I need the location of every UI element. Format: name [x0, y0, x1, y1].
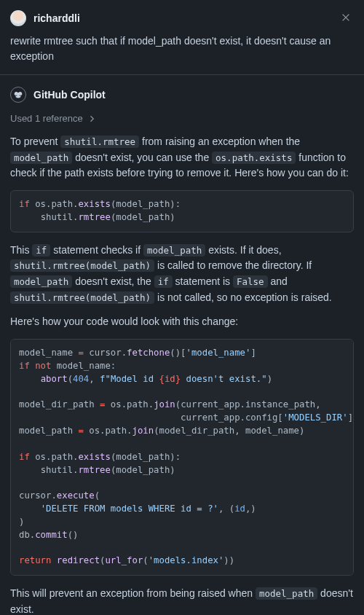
text: To prevent: [10, 136, 60, 147]
close-button[interactable]: [338, 10, 354, 26]
text: This will prevent an exception from bein…: [10, 587, 256, 599]
text: This: [10, 244, 32, 256]
response-paragraph-3: Here's how your code would look with thi…: [10, 314, 354, 330]
response-paragraph-2: This if statement checks if model_path e…: [10, 243, 354, 306]
inline-code: if: [154, 275, 173, 288]
assistant-name: GitHub Copilot: [33, 89, 106, 101]
response-paragraph-4: This will prevent an exception from bein…: [10, 586, 354, 615]
avatar: [10, 10, 26, 26]
text: and: [268, 275, 288, 287]
text: statement is: [173, 275, 233, 287]
text: from raising an exception when the: [139, 136, 300, 147]
code-block-2[interactable]: model_name = cursor.fetchone()['model_na…: [10, 339, 354, 576]
user-prompt: rewrite rmtree such that if model_path d…: [10, 34, 354, 64]
close-icon: [341, 12, 351, 25]
inline-code: shutil.rmtree(model_path): [10, 259, 154, 272]
username: richarddli: [33, 12, 331, 24]
text: exists. If it does,: [205, 244, 281, 256]
inline-code: False: [233, 275, 268, 288]
divider: [0, 74, 364, 75]
references-toggle[interactable]: Used 1 reference: [10, 113, 354, 124]
text: doesn't exist, the: [72, 275, 154, 287]
response-paragraph-1: To prevent shutil.rmtree from raising an…: [10, 134, 354, 181]
text: is not called, so no exception is raised…: [154, 291, 332, 303]
text: statement checks if: [50, 244, 143, 256]
copilot-icon: [10, 87, 26, 103]
inline-code: model_path: [256, 587, 317, 600]
references-label: Used 1 reference: [10, 113, 83, 124]
assistant-header: GitHub Copilot: [10, 87, 354, 103]
chat-panel: richarddli rewrite rmtree such that if m…: [0, 0, 364, 615]
text: is called to remove the directory. If: [154, 259, 312, 271]
inline-code: model_path: [10, 275, 72, 288]
inline-code: os.path.exists: [212, 152, 296, 164]
code-content: if os.path.exists(model_path): shutil.rm…: [19, 198, 345, 224]
inline-code: if: [32, 244, 50, 256]
code-content: model_name = cursor.fetchone()['model_na…: [19, 347, 345, 568]
inline-code: shutil.rmtree: [60, 136, 139, 148]
code-block-1[interactable]: if os.path.exists(model_path): shutil.rm…: [10, 190, 354, 232]
inline-code: model_path: [10, 152, 72, 164]
text: doesn't exist, you can use the: [72, 152, 212, 163]
inline-code: shutil.rmtree(model_path): [10, 291, 154, 304]
chevron-right-icon: [87, 114, 96, 123]
inline-code: model_path: [143, 244, 205, 256]
user-message-header: richarddli: [10, 10, 354, 26]
